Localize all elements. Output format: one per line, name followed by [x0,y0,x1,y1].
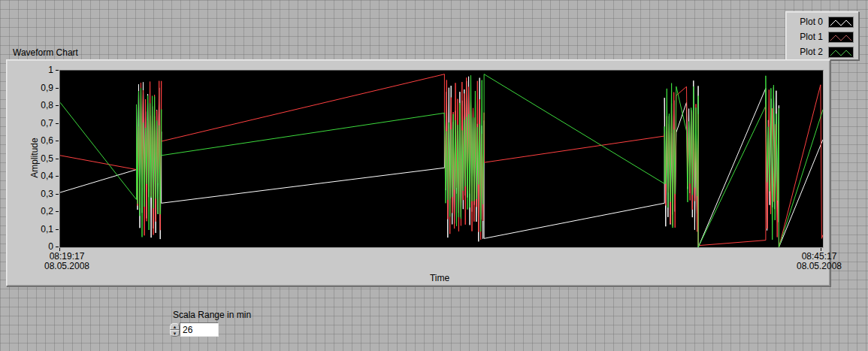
legend-row[interactable]: Plot 1 [786,29,858,44]
y-tick-mark [56,229,59,230]
legend-item-label: Plot 0 [800,17,823,27]
end-date: 08.05.2008 [778,262,860,271]
y-tick-label: 0,9 [19,83,53,92]
waveform-chart[interactable]: Amplitude 10,90,80,70,60,50,40,30,20,10 … [6,59,830,286]
y-tick-label: 1 [19,65,53,74]
waveform-trace-plot-0 [60,77,823,247]
increment-arrow-icon[interactable]: ▲ [170,323,180,330]
y-tick-label: 0,2 [19,207,53,216]
labview-front-panel: { "panel": { "title": "Waveform Chart" }… [0,0,868,351]
plot-area[interactable] [59,70,824,248]
waveform-trace-plot-1 [60,74,823,247]
legend-item-label: Plot 2 [800,47,823,57]
legend-swatch-icon[interactable] [828,17,854,28]
y-tick-label: 0,3 [19,189,53,198]
start-date: 08.05.2008 [26,262,108,271]
y-tick-mark [56,247,59,247]
y-tick-mark [56,105,59,106]
legend-row[interactable]: Plot 2 [786,44,858,59]
y-tick-label: 0,4 [19,171,53,180]
y-tick-mark [56,159,59,159]
y-tick-label: 0,5 [19,154,53,163]
y-tick-label: 0,8 [19,101,53,110]
y-tick-label: 0,7 [19,119,53,128]
legend-swatch-icon[interactable] [828,32,854,43]
y-tick-mark [56,211,59,212]
y-tick-mark [56,123,59,124]
y-tick-label: 0 [19,242,53,251]
legend-row[interactable]: Plot 0 [786,14,858,29]
y-tick-mark [56,141,59,141]
waveform-plot-svg [60,71,823,247]
y-tick-mark [56,88,59,89]
x-axis-start-timestamp: 08:19:17 08.05.2008 [26,252,108,271]
y-tick-label: 0,1 [19,225,53,234]
waveform-trace-plot-2 [60,74,823,247]
scala-range-label: Scala Range in min [173,310,251,320]
scala-range-input[interactable] [180,322,219,337]
legend-item-label: Plot 1 [800,32,823,42]
y-tick-mark [56,70,59,71]
x-axis-label: Time [402,274,477,283]
decrement-arrow-icon[interactable]: ▼ [170,330,180,337]
plot-legend[interactable]: Plot 0Plot 1Plot 2 [785,11,859,60]
legend-swatch-icon[interactable] [828,47,854,58]
y-tick-mark [56,194,59,195]
waveform-chart-title: Waveform Chart [13,48,78,58]
x-axis-end-timestamp: 08:45:17 08.05.2008 [778,252,860,271]
y-tick-label: 0,6 [19,136,53,145]
y-tick-mark [56,176,59,177]
scala-range-spinner[interactable]: ▲ ▼ [170,323,180,337]
